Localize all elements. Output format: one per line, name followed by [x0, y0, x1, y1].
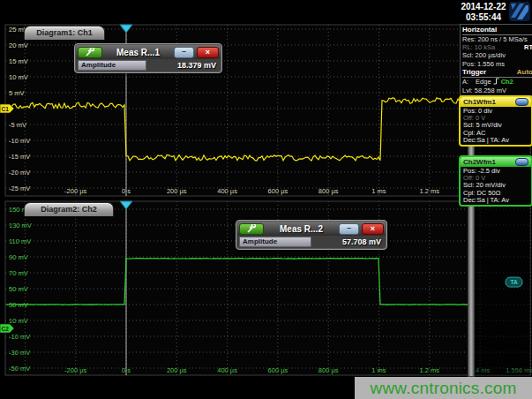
rohde-schwarz-logo	[509, 2, 530, 21]
ch1wfm1-signal-box[interactable]: Ch1Wfm1 Pos: 0 div Off: 0 V Scl: 5 mV/di…	[459, 95, 532, 147]
svg-text:0 s: 0 s	[122, 187, 131, 195]
svg-text:-30 mV: -30 mV	[9, 349, 30, 357]
trigger-mode-badge: Auto	[517, 68, 532, 77]
svg-text:TA: TA	[510, 279, 517, 285]
meas2-close-button[interactable]: ×	[362, 223, 384, 235]
svg-text:800 µs: 800 µs	[318, 366, 339, 374]
svg-text:C2: C2	[2, 326, 10, 332]
date-text: 2014-12-22	[458, 2, 509, 12]
horizontal-section-title: Horizontal	[462, 26, 532, 35]
tab-diagram1-ch1[interactable]: Diagram1: Ch1	[24, 26, 105, 40]
ch2wfm1-details: Pos: -2.5 div Off: 0 V Scl: 20 mV/div Cp…	[461, 167, 531, 205]
svg-text:400 µs: 400 µs	[217, 366, 237, 374]
oscilloscope-screen: 25 mV20 mV15 mV10 mV5 mV-5 mV-10 mV-15 m…	[0, 0, 532, 399]
trigger-section-title: Trigger Auto	[462, 68, 532, 78]
svg-text:0 s: 0 s	[122, 366, 131, 374]
svg-text:20 mV: 20 mV	[9, 41, 28, 49]
svg-text:1 ms: 1 ms	[371, 366, 386, 374]
svg-text:5 mV: 5 mV	[9, 89, 25, 97]
datetime-display: 2014-12-22 03:55:44	[458, 2, 509, 23]
svg-text:1.556 ms: 1.556 ms	[506, 366, 532, 374]
svg-text:800 µs: 800 µs	[318, 187, 339, 195]
horizontal-scale: Scl: 200 µs/div	[462, 51, 532, 59]
meas1-amplitude-label: Amplitude	[78, 60, 146, 71]
svg-text:10 mV: 10 mV	[9, 73, 28, 81]
meas2-amplitude-value: 57.708 mV	[315, 237, 384, 246]
svg-text:-20 mV: -20 mV	[9, 169, 30, 177]
meas2-amplitude-label: Amplitude	[239, 237, 311, 247]
ch1wfm1-details: Pos: 0 div Off: 0 V Scl: 5 mV/div Cpl: A…	[461, 107, 531, 145]
svg-text:200 µs: 200 µs	[167, 366, 187, 374]
trigger-source-row: A: Edge Ch2	[462, 78, 532, 87]
minimized-waveform-icon	[515, 98, 528, 106]
svg-text:600 µs: 600 µs	[268, 187, 288, 195]
minimized-waveform-icon	[515, 158, 528, 166]
svg-text:1.2 ms: 1.2 ms	[420, 187, 440, 195]
ch2wfm1-signal-box[interactable]: Ch2Wfm1 Pos: -2.5 div Off: 0 V Scl: 20 m…	[459, 155, 532, 207]
meas1-settings-button[interactable]	[78, 47, 102, 58]
edge-trigger-icon	[493, 78, 499, 87]
meas2-result-row: Amplitude 57.708 mV	[237, 236, 386, 248]
time-text: 03:55:44	[458, 12, 509, 23]
ch1wfm1-header[interactable]: Ch1Wfm1	[461, 97, 531, 107]
meas1-close-button[interactable]: ×	[197, 47, 219, 58]
meas1-titlebar[interactable]: Meas R...1 – ×	[76, 45, 221, 59]
beyond-record-dim-overlay	[474, 201, 530, 375]
meas1-minimize-button[interactable]: –	[174, 47, 194, 58]
svg-text:C1: C1	[2, 106, 10, 112]
trigger-level-row: Lvl: 58.258 mV	[462, 87, 532, 94]
svg-text:600 µs: 600 µs	[268, 366, 288, 374]
meas2-titlebar[interactable]: Meas R...2 – ×	[237, 222, 386, 236]
svg-text:30 mV: 30 mV	[9, 301, 28, 309]
svg-text:15 mV: 15 mV	[9, 57, 28, 65]
svg-text:130 mV: 130 mV	[9, 222, 32, 230]
svg-text:400 µs: 400 µs	[217, 187, 237, 195]
meas-results-1-popup[interactable]: Meas R...1 – × Amplitude 18.379 mV	[74, 43, 222, 73]
ch2-decimation: Dec:Sa | TA: Av	[463, 197, 528, 204]
wrench-icon	[86, 44, 94, 60]
svg-text:-25 mV: -25 mV	[9, 184, 30, 192]
horizontal-trigger-infobox[interactable]: Horizontal Res: 200 ns / 5 MSa/s RL: 10 …	[460, 24, 532, 96]
svg-text:110 mV: 110 mV	[9, 237, 31, 245]
svg-text:-200 µs: -200 µs	[64, 366, 86, 374]
svg-text:-10 mV: -10 mV	[9, 333, 30, 341]
meas2-title: Meas R...2	[266, 224, 336, 234]
wrench-icon	[247, 221, 256, 237]
svg-text:-10 mV: -10 mV	[9, 137, 30, 145]
meas1-amplitude-value: 18.379 mV	[150, 61, 219, 70]
svg-text:10 mV: 10 mV	[9, 317, 28, 325]
svg-text:1.2 ms: 1.2 ms	[420, 366, 440, 374]
meas2-minimize-button[interactable]: –	[339, 223, 359, 235]
ch2wfm1-header[interactable]: Ch2Wfm1	[461, 157, 531, 167]
meas1-result-row: Amplitude 18.379 mV	[76, 59, 221, 72]
svg-text:-50 mV: -50 mV	[9, 365, 30, 373]
meas2-settings-button[interactable]	[239, 223, 264, 235]
horizontal-position: Pos: 1.556 ms	[462, 60, 532, 68]
meas-results-2-popup[interactable]: Meas R...2 – × Amplitude 57.708 mV	[236, 220, 387, 250]
svg-text:200 µs: 200 µs	[167, 187, 187, 195]
svg-text:90 mV: 90 mV	[9, 253, 28, 261]
horizontal-record-length: RL: 10 kSa RT	[462, 43, 532, 51]
trigger-source-channel: Ch2	[501, 78, 513, 86]
horizontal-resolution: Res: 200 ns / 5 MSa/s	[462, 35, 532, 43]
svg-text:-15 mV: -15 mV	[9, 153, 30, 161]
ch2wfm1-title: Ch2Wfm1	[463, 158, 496, 166]
ch1-decimation: Dec:Sa | TA: Av	[463, 137, 528, 144]
watermark-banner: www.cntronics.com	[355, 377, 532, 399]
meas1-title: Meas R...1	[105, 48, 171, 57]
ch1wfm1-title: Ch1Wfm1	[463, 98, 496, 106]
realtime-badge: RT	[524, 43, 532, 51]
svg-text:-5 mV: -5 mV	[9, 121, 26, 129]
tab-diagram2-ch2[interactable]: Diagram2: Ch2	[24, 202, 114, 216]
svg-text:-200 µs: -200 µs	[64, 187, 86, 195]
svg-text:1 ms: 1 ms	[371, 187, 386, 195]
svg-text:50 mV: 50 mV	[9, 285, 28, 293]
svg-text:70 mV: 70 mV	[9, 269, 28, 277]
